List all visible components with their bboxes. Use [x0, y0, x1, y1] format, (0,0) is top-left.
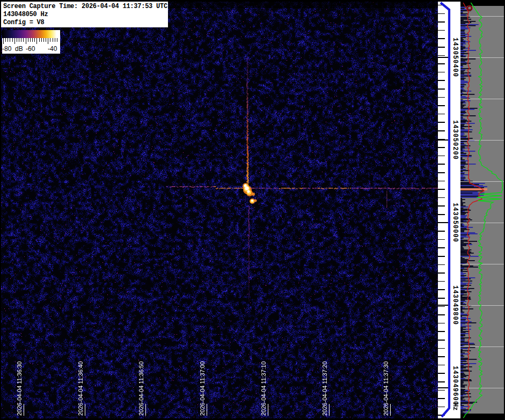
time-tick: [24, 404, 24, 416]
time-tick: [145, 404, 146, 416]
freq-label-143049600: 143049600: [451, 366, 459, 406]
colorbar-label-80: -80: [2, 45, 11, 53]
time-tick: [390, 404, 391, 416]
time-label-113640: 2026-04-04 11:36:40: [77, 362, 84, 416]
colorbar-gradient: [2, 30, 60, 38]
time-tick: [329, 404, 330, 416]
freq-label-143050200: 143050200: [451, 120, 459, 160]
freq-label-143049800: 143049800: [451, 285, 459, 325]
time-label-113710: 2026-04-04 11:37:10: [260, 362, 267, 416]
spectrogram-window: Screen Capture Time: 2026-04-04 11:37:53…: [0, 0, 505, 420]
time-label-113700: 2026-04-04 11:37:00: [199, 362, 206, 416]
capture-info-box: Screen Capture Time: 2026-04-04 11:37:53…: [1, 2, 168, 27]
time-tick: [268, 404, 268, 416]
spectrogram-waterfall: [1, 2, 438, 418]
colorbar-unit-db: dB: [15, 45, 23, 53]
colorbar-scale: -80 dB -60 -40: [2, 38, 60, 54]
receiver-frequency-text: 143048050 Hz: [3, 11, 168, 19]
colorbar-label-60: -60: [26, 45, 35, 53]
freq-label-143050000: 143050000: [451, 203, 459, 242]
frequency-ruler: 143050400 143050200 143050000 143049800 …: [438, 2, 460, 418]
time-label-113720: 2026-04-04 11:37:20: [321, 362, 328, 416]
freq-label-143050400: 143050400: [451, 38, 459, 77]
time-tick: [85, 404, 85, 416]
intensity-colorbar: -80 dB -60 -40: [2, 30, 60, 54]
time-label-113730: 2026-04-04 11:37:30: [383, 362, 389, 416]
time-tick: [207, 404, 207, 416]
capture-time-text: Screen Capture Time: 2026-04-04 11:37:53…: [3, 3, 168, 11]
colorbar-minor-ticks: [3, 38, 59, 42]
live-spectrum-panel: [460, 2, 504, 418]
time-label-113630: 2026-04-04 11:36:30: [16, 362, 23, 416]
colorbar-label-40: -40: [48, 45, 57, 53]
time-label-113650: 2026-04-04 11:36:50: [138, 362, 144, 416]
config-text: Config = V8: [3, 19, 168, 27]
freq-unit-hz: Hz: [451, 403, 459, 410]
